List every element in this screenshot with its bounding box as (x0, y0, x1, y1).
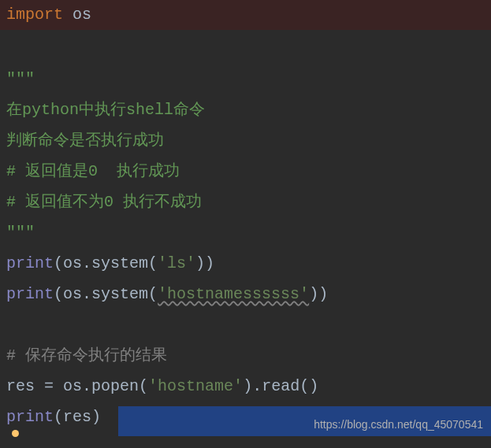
blank-line (6, 33, 485, 64)
docstring-open: """ (6, 70, 35, 88)
keyword-import: import (6, 6, 63, 24)
docstring-close: """ (6, 224, 35, 242)
code-line-print-ls: print(os.system('ls')) (6, 248, 485, 279)
watermark-url: https://blog.csdn.net/qq_45070541 (314, 414, 483, 435)
blank-line-2 (6, 309, 485, 340)
module-os: os (63, 6, 91, 24)
code-line-print-hostname-bad: print(os.system('hostnamessssss')) (6, 279, 485, 309)
gutter-warning-icon (12, 430, 19, 437)
docstring-line-4: # 返回值不为0 执行不成功 (6, 193, 202, 211)
import-line-bar: import os (0, 0, 491, 30)
docstring-line-1: 在python中执行shell命令 (6, 101, 205, 119)
docstring-line-3: # 返回值是0 执行成功 (6, 162, 180, 180)
comment-save-result: # 保存命令执行的结果 (6, 340, 485, 371)
docstring-line-2: 判断命令是否执行成功 (6, 131, 164, 150)
code-line-popen: res = os.popen('hostname').read() (6, 371, 485, 402)
code-block: """ 在python中执行shell命令 判断命令是否执行成功 # 返回值是0… (0, 30, 491, 432)
